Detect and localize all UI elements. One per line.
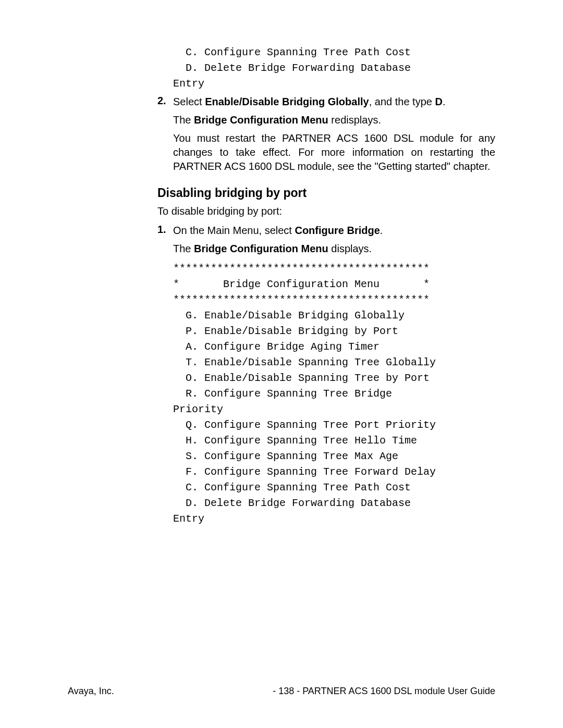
menu-item-t: T. Enable/Disable Spanning Tree Globally [173, 355, 495, 371]
menu-item-r-line1: R. Configure Spanning Tree Bridge [173, 386, 495, 402]
displays-line: The Bridge Configuration Menu displays. [173, 242, 495, 256]
step-2-text-mid: , and the type [369, 96, 435, 107]
menu-item-o: O. Enable/Disable Spanning Tree by Port [173, 371, 495, 386]
step-1-body: On the Main Menu, select Configure Bridg… [173, 224, 495, 238]
bridge-config-menu: ****************************************… [173, 261, 495, 527]
step-1-pre: On the Main Menu, select [173, 225, 295, 236]
menu-title: * Bridge Configuration Menu * [173, 277, 495, 292]
step-1-bold: Configure Bridge [295, 225, 380, 236]
displays-bold: Bridge Configuration Menu [194, 243, 328, 254]
footer-right: - 138 - PARTNER ACS 1600 DSL module User… [273, 686, 495, 697]
displays-post: displays. [328, 243, 372, 254]
menu-item-f: F. Configure Spanning Tree Forward Delay [173, 464, 495, 480]
menu-item-s: S. Configure Spanning Tree Max Age [173, 449, 495, 464]
menu-item-r-line2: Priority [173, 402, 495, 417]
page-footer: Avaya, Inc. - 138 - PARTNER ACS 1600 DSL… [68, 686, 495, 697]
step-2: 2. Select Enable/Disable Bridging Global… [157, 95, 495, 109]
menu-item-c-full: C. Configure Spanning Tree Path Cost [173, 480, 495, 496]
menu-border-bottom: ****************************************… [173, 292, 495, 308]
menu-item-d-line2: Entry [173, 76, 495, 92]
intro-line: To disable bridging by port: [157, 204, 495, 218]
menu-item-a: A. Configure Bridge Aging Timer [173, 339, 495, 355]
menu-item-q: Q. Configure Spanning Tree Port Priority [173, 417, 495, 433]
step-2-text-end: . [443, 96, 446, 107]
menu-item-d-line1: D. Delete Bridge Forwarding Database [173, 60, 495, 76]
main-content: C. Configure Spanning Tree Path Cost D. … [157, 45, 495, 527]
footer-left: Avaya, Inc. [68, 686, 114, 697]
redisplay-pre: The [173, 114, 194, 126]
menu-border-top: ****************************************… [173, 261, 495, 277]
section-heading: Disabling bridging by port [157, 186, 495, 200]
step-2-body: Select Enable/Disable Bridging Globally,… [173, 95, 495, 109]
step-1-post: . [380, 225, 383, 236]
step-2-bold2: D [435, 96, 442, 107]
menu-item-d-full-line2: Entry [173, 511, 495, 527]
menu-item-c: C. Configure Spanning Tree Path Cost [173, 45, 495, 60]
menu-item-p: P. Enable/Disable Bridging by Port [173, 324, 495, 339]
menu-item-h: H. Configure Spanning Tree Hello Time [173, 433, 495, 449]
prev-menu-tail: C. Configure Spanning Tree Path Cost D. … [173, 45, 495, 92]
step-2-text-pre: Select [173, 96, 205, 107]
redisplay-post: redisplays. [328, 114, 381, 126]
step-1: 1. On the Main Menu, select Configure Br… [157, 224, 495, 238]
document-page: C. Configure Spanning Tree Path Cost D. … [0, 0, 563, 728]
menu-item-g: G. Enable/Disable Bridging Globally [173, 308, 495, 324]
restart-paragraph: You must restart the PARTNER ACS 1600 DS… [173, 131, 495, 174]
menu-item-d-full-line1: D. Delete Bridge Forwarding Database [173, 496, 495, 511]
step-1-number: 1. [157, 224, 173, 236]
displays-pre: The [173, 243, 194, 254]
redisplay-bold: Bridge Configuration Menu [194, 114, 328, 126]
redisplay-line: The Bridge Configuration Menu redisplays… [173, 113, 495, 127]
step-2-bold1: Enable/Disable Bridging Globally [205, 96, 369, 107]
step-2-number: 2. [157, 95, 173, 107]
